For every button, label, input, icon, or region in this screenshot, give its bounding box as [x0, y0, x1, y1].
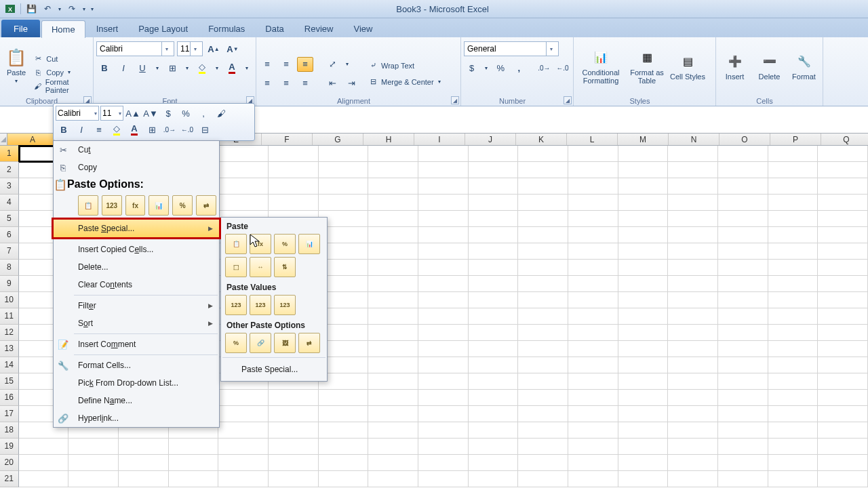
- cell[interactable]: [668, 227, 718, 243]
- mini-merge[interactable]: ⊟: [197, 122, 213, 137]
- cm-filter[interactable]: Filter▶: [54, 297, 219, 314]
- cell[interactable]: [269, 178, 319, 195]
- cell[interactable]: [518, 260, 568, 276]
- orientation-button[interactable]: ⤢: [324, 57, 340, 72]
- cell[interactable]: [768, 162, 818, 178]
- cell[interactable]: [618, 422, 669, 439]
- submenu-paste-special-link[interactable]: Paste Special...: [225, 361, 323, 380]
- col-header-O[interactable]: O: [719, 134, 770, 145]
- cell[interactable]: [368, 373, 418, 390]
- cell[interactable]: [768, 292, 818, 308]
- cell[interactable]: [368, 178, 418, 195]
- conditional-formatting-button[interactable]: 📊Conditional Formatting: [576, 39, 625, 93]
- paste-option-3[interactable]: 📊: [149, 195, 169, 216]
- cell[interactable]: [518, 471, 568, 487]
- paste-option-4[interactable]: %: [172, 195, 193, 216]
- mini-grow-font[interactable]: A▲: [125, 106, 141, 121]
- cell[interactable]: [768, 390, 818, 406]
- cell[interactable]: [19, 455, 69, 471]
- select-all-corner[interactable]: [0, 134, 7, 145]
- align-bottom-button[interactable]: ≡: [297, 57, 313, 72]
- shrink-font-button[interactable]: A▼: [224, 41, 241, 56]
- mini-comma[interactable]: ,: [195, 106, 212, 121]
- tab-review[interactable]: Review: [295, 20, 343, 37]
- cell[interactable]: [269, 455, 319, 471]
- sub-other-option-1[interactable]: 🔗: [250, 333, 271, 353]
- cell[interactable]: [768, 406, 818, 422]
- cell[interactable]: [818, 292, 868, 308]
- cell[interactable]: [119, 471, 169, 487]
- cell[interactable]: [718, 373, 768, 390]
- cell[interactable]: [319, 146, 369, 162]
- tab-data[interactable]: Data: [256, 20, 293, 37]
- cell[interactable]: [818, 195, 868, 211]
- border-dropdown[interactable]: ▾: [183, 60, 191, 75]
- cell[interactable]: [469, 195, 519, 211]
- mini-font-combo[interactable]: Calibri▾: [56, 106, 99, 121]
- cell[interactable]: [319, 390, 369, 406]
- cell[interactable]: [269, 162, 319, 178]
- cell[interactable]: [368, 422, 418, 439]
- cell[interactable]: [568, 146, 618, 162]
- cm-sort[interactable]: Sort▶: [54, 314, 219, 332]
- cell[interactable]: [718, 292, 768, 308]
- cell[interactable]: [418, 422, 469, 439]
- cell[interactable]: [568, 178, 618, 195]
- mini-percent[interactable]: %: [178, 106, 194, 121]
- italic-button[interactable]: I: [115, 60, 132, 75]
- cell[interactable]: [218, 439, 269, 455]
- cell[interactable]: [469, 292, 519, 308]
- cell[interactable]: [668, 357, 718, 373]
- cell[interactable]: [668, 439, 718, 455]
- cell[interactable]: [718, 162, 768, 178]
- cell[interactable]: [668, 211, 718, 227]
- cell[interactable]: [418, 195, 469, 211]
- cell[interactable]: [418, 146, 469, 162]
- cell[interactable]: [768, 178, 818, 195]
- col-header-P[interactable]: P: [770, 134, 821, 145]
- cell[interactable]: [618, 178, 669, 195]
- cell[interactable]: [269, 406, 319, 422]
- comma-button[interactable]: ,: [511, 60, 527, 75]
- decrease-decimal-button[interactable]: ←.0: [555, 60, 570, 75]
- align-center-button[interactable]: ≡: [278, 76, 294, 91]
- cell[interactable]: [469, 439, 519, 455]
- row-header[interactable]: 20: [0, 455, 19, 471]
- cell[interactable]: [668, 243, 718, 260]
- cell[interactable]: [518, 195, 568, 211]
- cell[interactable]: [618, 390, 669, 406]
- cell[interactable]: [618, 243, 669, 260]
- cell[interactable]: [818, 357, 868, 373]
- row-header[interactable]: 4: [0, 195, 19, 211]
- cell[interactable]: [518, 439, 568, 455]
- cell[interactable]: [618, 455, 669, 471]
- cell[interactable]: [768, 260, 818, 276]
- cell[interactable]: [818, 146, 868, 162]
- cell[interactable]: [418, 178, 469, 195]
- merge-center-button[interactable]: ⊟Merge & Center▾: [368, 76, 441, 88]
- cm-define-name[interactable]: Define Name...: [54, 392, 219, 409]
- cell[interactable]: [269, 390, 319, 406]
- row-header[interactable]: 10: [0, 292, 19, 308]
- cell[interactable]: [319, 439, 369, 455]
- col-header-L[interactable]: L: [567, 134, 618, 145]
- cell[interactable]: [768, 211, 818, 227]
- col-header-G[interactable]: G: [313, 134, 363, 145]
- mini-center[interactable]: ≡: [91, 122, 107, 137]
- cell[interactable]: [718, 260, 768, 276]
- cell[interactable]: [319, 162, 369, 178]
- cell[interactable]: [718, 341, 768, 357]
- cell[interactable]: [568, 227, 618, 243]
- sub-paste-option-6[interactable]: ⇅: [274, 257, 296, 277]
- cell[interactable]: [618, 471, 669, 487]
- cell[interactable]: [618, 439, 669, 455]
- number-format-combo[interactable]: General▾: [464, 41, 559, 56]
- sub-paste-option-4[interactable]: ⬚: [225, 257, 247, 277]
- cell[interactable]: [568, 276, 618, 292]
- percent-button[interactable]: %: [493, 60, 509, 75]
- underline-dropdown[interactable]: ▾: [153, 60, 161, 75]
- cell[interactable]: [368, 308, 418, 325]
- cell[interactable]: [668, 406, 718, 422]
- cell[interactable]: [169, 439, 219, 455]
- row-header[interactable]: 21: [0, 471, 19, 487]
